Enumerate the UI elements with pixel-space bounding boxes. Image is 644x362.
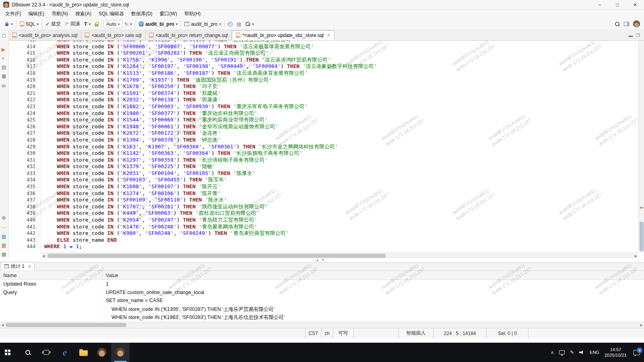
start-button[interactable]	[0, 343, 19, 362]
dbeaver-active-taskbar-button[interactable]	[111, 343, 130, 362]
column-header-name[interactable]: Name	[0, 272, 103, 280]
scroll-left-icon[interactable]: ◀	[42, 254, 45, 258]
menu-help[interactable]: 帮助(H)	[181, 10, 204, 18]
more-icon[interactable]: ⋯	[2, 225, 6, 230]
scroll-left-icon[interactable]: ◀	[1, 323, 4, 327]
task-view-button[interactable]	[37, 343, 56, 362]
commit-mode-select[interactable]: Auto ▾	[103, 20, 122, 28]
code-line[interactable]: 420 WHEN store_code IN ('K1678', 'SF0025…	[9, 83, 638, 90]
code-line[interactable]: 417 WHEN store_code IN ('K1264', 'SF0019…	[9, 63, 638, 70]
cell-name[interactable]: Updated Rows	[0, 280, 103, 288]
cell-name[interactable]	[0, 313, 103, 321]
network-profile-button[interactable]	[226, 19, 235, 29]
code-line[interactable]: 426 WHEN store_code IN ('K1948', 'SF0006…	[9, 123, 638, 130]
code-line[interactable]: 427 WHEN store_code IN ('K2072', 'SF0017…	[9, 130, 638, 137]
file-explorer-button[interactable]	[74, 343, 93, 362]
code-line[interactable]: 430 WHEN store_code IN ('K1142', 'SF0036…	[9, 150, 638, 157]
table-row[interactable]: WHEN store_code IN ('K1305', 'SF00287') …	[0, 305, 644, 313]
code-line[interactable]: 439 WHEN store_code IN ('K449', 'SF00063…	[9, 210, 638, 217]
code-line[interactable]: 431 WHEN store_code IN ('K1297', 'SF0035…	[9, 157, 638, 164]
panel-sash[interactable]: ▴ ▾	[0, 258, 644, 262]
clock[interactable]: 14:57 2025/10/21	[605, 347, 627, 358]
cell-name[interactable]: Query	[0, 288, 103, 297]
horizontal-scroll-thumb[interactable]	[47, 254, 386, 258]
cell-name[interactable]	[0, 296, 103, 305]
code-line[interactable]: 435 WHEN store_code IN ('K1608', 'SF0010…	[9, 183, 638, 190]
menu-edit[interactable]: 编辑(E)	[25, 10, 48, 18]
editor-vertical-scrollbar[interactable]	[638, 41, 644, 253]
restore-panel-icon[interactable]: ▢	[2, 33, 6, 38]
editor-horizontal-scrollbar[interactable]: ◀ ▶	[41, 253, 638, 258]
action-center-icon[interactable]: 9	[634, 350, 640, 355]
code-line[interactable]: 418 WHEN store_code IN ('K1513', 'SF0018…	[9, 70, 638, 77]
internet-explorer-button[interactable]: e	[56, 343, 74, 362]
menu-window[interactable]: 窗口(W)	[156, 10, 181, 18]
results-horizontal-scrollbar[interactable]: ◀ ▶	[0, 322, 644, 327]
editor-tab[interactable]: <audit_bi_pro> sale.sql	[81, 30, 145, 40]
export-button[interactable]: ▤	[235, 19, 243, 29]
code-line[interactable]: 441 WHEN store_code IN ('K1476', 'SF0024…	[9, 224, 638, 230]
execute-statement-icon[interactable]: ▶	[2, 47, 5, 52]
cell-value[interactable]: WHEN store_code IN ('K1963', 'SF00283') …	[103, 313, 285, 321]
statistics-tab[interactable]: 统计 1 ✕	[1, 262, 35, 271]
refresh-dropdown[interactable]: ↻ ▾	[122, 19, 134, 29]
new-sql-editor-button[interactable]: SQL ▾	[18, 19, 41, 29]
monitor-icon[interactable]	[559, 350, 565, 354]
transaction-mode-dropdown[interactable]: T ▾	[82, 19, 93, 29]
script-error-icon[interactable]: ▨	[2, 243, 6, 248]
table-row[interactable]: QueryUPDATE custom_online_sale_change_lo…	[0, 288, 644, 297]
code-line[interactable]: 442 WHEN store_code IN ('K980', 'SF00248…	[9, 230, 638, 237]
cell-value[interactable]: SET store_name = CASE	[103, 296, 163, 305]
editor-tab[interactable]: <audit_bi_pro> return_change.sql	[146, 30, 232, 40]
maximize-view-icon[interactable]: ❐	[636, 33, 640, 38]
code-line[interactable]: 434 WHEN store_code IN ('SF00103', 'SF00…	[9, 177, 638, 183]
maximize-button[interactable]: □	[609, 0, 626, 9]
table-row[interactable]: WHEN store_code IN ('K1963', 'SF00283') …	[0, 313, 644, 321]
code-line[interactable]: 419 WHEN store_code IN ('K1709', 'K1937'…	[9, 77, 638, 84]
statistics-grid[interactable]: Name Value Updated Rows1QueryUPDATE cust…	[0, 272, 644, 322]
cell-value[interactable]: 1	[103, 280, 109, 288]
quick-search-icon[interactable]	[615, 21, 620, 27]
code-line[interactable]: 423 WHEN store_code IN ('K1882', 'SF0090…	[9, 103, 638, 110]
query-log-icon[interactable]: ▦	[2, 74, 6, 78]
code-line[interactable]: 425 WHEN store_code IN ('K1544', 'SF0006…	[9, 117, 638, 123]
perspective-icon[interactable]	[624, 22, 629, 26]
code-line[interactable]: 421 WHEN store_code IN ('K1501', 'SF0037…	[9, 90, 638, 97]
volume-icon[interactable]	[579, 350, 584, 354]
tab-close-icon[interactable]: ✕	[327, 33, 330, 37]
close-button[interactable]: ✕	[626, 0, 644, 9]
minimize-button[interactable]: –	[591, 0, 609, 9]
code-line[interactable]: 414 WHEN store_code IN ('SF00806', 'SF00…	[9, 43, 638, 50]
menu-navigate[interactable]: 导航(N)	[48, 10, 72, 18]
scroll-right-icon[interactable]: ▶	[640, 323, 643, 327]
code-line[interactable]: 415 WHEN store_code IN ('SF00201', 'SF00…	[9, 50, 638, 57]
minimize-view-icon[interactable]: ▬	[628, 33, 633, 38]
code-line[interactable]: 424 WHEN store_code IN ('K1980', 'SF0037…	[9, 110, 638, 117]
new-script-icon[interactable]: ▧	[2, 234, 6, 239]
sash-up-icon[interactable]: ▴	[316, 258, 318, 262]
database-selector[interactable]: audit_bi_pro ▾	[137, 19, 180, 29]
code-line[interactable]: 432 WHEN store_code IN ('K1379', 'SF0022…	[9, 163, 638, 170]
input-language-indicator[interactable]: ENG	[590, 350, 599, 355]
code-line[interactable]: 437 WHEN store_code IN ('SF00109', 'SF00…	[9, 197, 638, 204]
code-line[interactable]: 428 WHEN store_code IN ('K1304', 'SF0037…	[9, 137, 638, 144]
commit-button[interactable]: ✔ 提交	[43, 19, 63, 29]
code-line[interactable]: 436 WHEN store_code IN ('K1274', 'SF0010…	[9, 190, 638, 197]
code-line[interactable]: 429 WHEN store_code IN ('K163', 'K1907',…	[9, 144, 638, 150]
editor-tab[interactable]: *<audit_bi_pro> update_sbz_store.sql✕	[232, 30, 334, 40]
tab-close-icon[interactable]: ✕	[28, 264, 31, 269]
code-line[interactable]: 422 WHEN store_code IN ('K2032', 'SF0013…	[9, 97, 638, 103]
taskbar-search-button[interactable]	[19, 343, 37, 362]
editor-tab[interactable]: <audit_bi_pro> analysis.sql	[9, 30, 81, 40]
code-line[interactable]: 438 WHEN store_code IN ('K1787', 'SF0028…	[9, 204, 638, 210]
code-line[interactable]: 433 WHEN store_code IN ('K2031', 'SF0010…	[9, 170, 638, 177]
pen-icon[interactable]: ✎	[570, 350, 574, 355]
settings-gear-icon[interactable]: ⚙	[2, 216, 6, 220]
code-line[interactable]: 444WHERE 1 = 1;	[9, 243, 638, 250]
menu-database[interactable]: 数据库(D)	[128, 10, 156, 18]
execute-script-icon[interactable]: »	[2, 56, 4, 61]
cell-name[interactable]	[0, 305, 103, 313]
code-line[interactable]: 443 ELSE store_name END	[9, 237, 638, 244]
search-dropdown[interactable]: ▾	[243, 19, 256, 29]
table-row[interactable]: Updated Rows1	[0, 280, 644, 288]
